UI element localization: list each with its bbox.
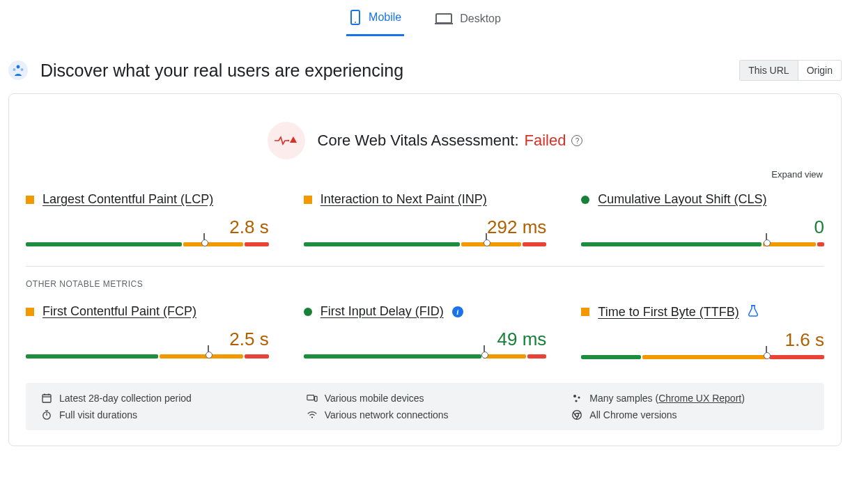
status-circle-icon xyxy=(581,196,589,204)
status-square-icon xyxy=(581,308,589,316)
metric-inp: Interaction to Next Paint (INP) 292 ms xyxy=(304,192,547,246)
footer-devices-text: Various mobile devices xyxy=(325,393,424,404)
metric-ttfb-value: 1.6 s xyxy=(581,329,824,351)
scope-toggle: This URL Origin xyxy=(739,60,842,81)
metric-cls: Cumulative Layout Shift (CLS) 0 xyxy=(581,192,824,246)
svg-point-6 xyxy=(13,68,16,71)
info-icon[interactable]: i xyxy=(452,306,463,317)
footer-period: Latest 28-day collection period xyxy=(41,393,279,404)
metric-ttfb: Time to First Byte (TTFB) 1.6 s xyxy=(581,304,824,359)
footer-devices: Various mobile devices xyxy=(307,393,544,404)
metric-ttfb-name[interactable]: Time to First Byte (TTFB) xyxy=(598,305,739,320)
metric-fid-name[interactable]: First Input Delay (FID) xyxy=(320,304,444,319)
metric-ttfb-bar xyxy=(581,355,824,359)
metric-lcp-bar xyxy=(26,242,269,246)
assessment-label: Core Web Vitals Assessment: xyxy=(318,132,519,150)
stopwatch-icon xyxy=(41,409,52,420)
toggle-origin[interactable]: Origin xyxy=(798,61,841,80)
status-circle-icon xyxy=(304,308,312,316)
metric-inp-name[interactable]: Interaction to Next Paint (INP) xyxy=(320,192,487,207)
other-metrics-heading: OTHER NOTABLE METRICS xyxy=(26,279,824,289)
tab-mobile[interactable]: Mobile xyxy=(346,0,404,36)
footer-durations-text: Full visit durations xyxy=(59,409,137,420)
svg-rect-2 xyxy=(436,14,451,23)
metric-inp-value: 292 ms xyxy=(304,216,547,238)
desktop-icon xyxy=(435,12,453,26)
expand-view-link[interactable]: Expand view xyxy=(26,165,824,192)
metric-fcp-bar xyxy=(26,354,269,359)
metric-inp-bar xyxy=(304,242,547,246)
svg-point-4 xyxy=(8,61,28,80)
wifi-icon xyxy=(307,409,318,420)
metric-fid: First Input Delay (FID) i 49 ms xyxy=(304,304,547,359)
section-header: Discover what your real users are experi… xyxy=(0,36,850,93)
svg-point-1 xyxy=(355,22,356,23)
assessment-text: Core Web Vitals Assessment: Failed ? xyxy=(318,132,583,150)
footer-period-text: Latest 28-day collection period xyxy=(59,393,192,404)
assessment-row: Core Web Vitals Assessment: Failed ? xyxy=(26,108,824,165)
footer-info: Latest 28-day collection period Various … xyxy=(26,383,824,430)
svg-point-18 xyxy=(578,396,580,398)
assessment-status: Failed xyxy=(525,132,566,150)
device-tabs: Mobile Desktop xyxy=(0,0,850,36)
metric-fcp-value: 2.5 s xyxy=(26,329,269,350)
page-title: Discover what your real users are experi… xyxy=(40,61,403,81)
help-icon[interactable]: ? xyxy=(571,135,582,146)
crux-report-link[interactable]: Chrome UX Report xyxy=(658,393,741,404)
mobile-icon xyxy=(349,9,362,26)
other-metrics-grid: First Contentful Paint (FCP) 2.5 s First… xyxy=(26,304,824,359)
divider xyxy=(26,266,824,267)
svg-rect-3 xyxy=(435,23,453,24)
scatter-icon xyxy=(571,393,582,404)
status-square-icon xyxy=(26,308,34,316)
svg-marker-8 xyxy=(290,136,297,143)
footer-network: Various network connections xyxy=(307,409,544,420)
tab-desktop-label: Desktop xyxy=(460,13,501,25)
chrome-icon xyxy=(571,409,582,420)
core-metrics-grid: Largest Contentful Paint (LCP) 2.8 s Int… xyxy=(26,192,824,246)
metric-fid-value: 49 ms xyxy=(304,329,547,350)
vitals-card: Core Web Vitals Assessment: Failed ? Exp… xyxy=(8,93,842,446)
svg-point-7 xyxy=(21,68,24,71)
assessment-badge-icon xyxy=(268,122,305,159)
header-left: Discover what your real users are experi… xyxy=(8,61,403,81)
metric-lcp: Largest Contentful Paint (LCP) 2.8 s xyxy=(26,192,269,246)
calendar-icon xyxy=(41,393,52,404)
svg-rect-16 xyxy=(314,396,317,401)
svg-point-17 xyxy=(573,395,576,397)
metric-fcp-name[interactable]: First Contentful Paint (FCP) xyxy=(42,304,196,319)
footer-durations: Full visit durations xyxy=(41,409,279,420)
svg-rect-11 xyxy=(42,395,51,402)
devices-icon xyxy=(307,393,318,404)
metric-fid-bar xyxy=(304,354,547,359)
tab-desktop[interactable]: Desktop xyxy=(432,2,504,36)
tab-mobile-label: Mobile xyxy=(369,11,401,24)
svg-point-23 xyxy=(311,416,313,418)
footer-network-text: Various network connections xyxy=(325,409,449,420)
footer-samples: Many samples (Chrome UX Report) xyxy=(571,393,809,404)
svg-point-19 xyxy=(575,400,578,402)
svg-rect-15 xyxy=(307,395,314,400)
status-square-icon xyxy=(26,196,34,204)
toggle-this-url[interactable]: This URL xyxy=(740,61,797,80)
status-square-icon xyxy=(304,196,312,204)
svg-point-9 xyxy=(287,140,288,141)
metric-cls-bar xyxy=(581,242,824,246)
metric-lcp-value: 2.8 s xyxy=(26,216,269,238)
footer-versions: All Chrome versions xyxy=(571,409,809,420)
svg-point-5 xyxy=(17,65,20,69)
metric-cls-name[interactable]: Cumulative Layout Shift (CLS) xyxy=(598,192,766,207)
flask-icon xyxy=(748,304,759,320)
footer-versions-text: All Chrome versions xyxy=(589,409,677,420)
metric-fcp: First Contentful Paint (FCP) 2.5 s xyxy=(26,304,269,359)
users-icon xyxy=(8,61,28,80)
metric-cls-value: 0 xyxy=(581,216,824,238)
footer-samples-text: Many samples (Chrome UX Report) xyxy=(589,393,745,404)
metric-lcp-name[interactable]: Largest Contentful Paint (LCP) xyxy=(42,192,213,207)
